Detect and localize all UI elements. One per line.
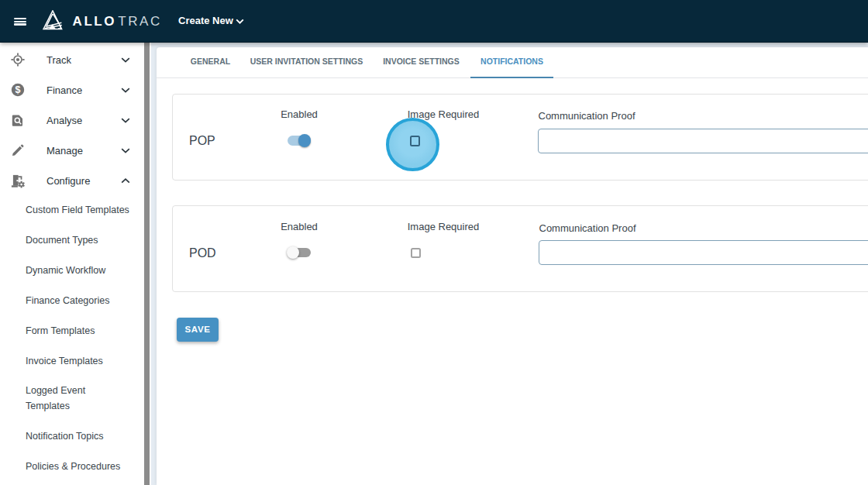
svg-text:$: $ [16, 84, 21, 95]
